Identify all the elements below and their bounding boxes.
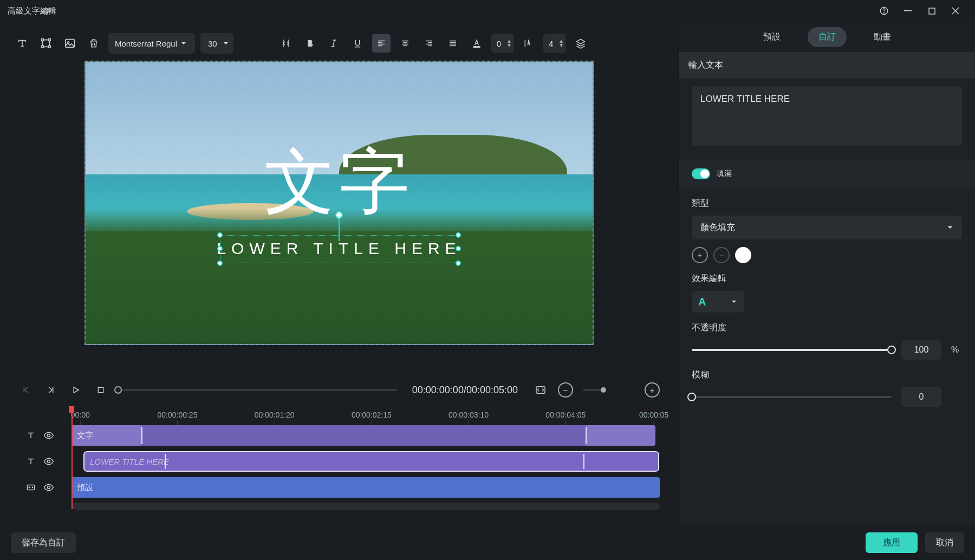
timecode: 00:00:00:00/00:00:05:00 [412, 385, 518, 396]
playhead[interactable] [72, 406, 73, 509]
svg-rect-3 [929, 8, 935, 14]
help-icon[interactable] [872, 0, 896, 22]
fit-screen-button[interactable] [533, 382, 548, 398]
track-text-2: LOWER TITLE HERE [24, 451, 660, 472]
svg-point-14 [48, 460, 50, 463]
blur-label: 模糊 [692, 369, 962, 381]
opacity-value[interactable]: 100 [901, 340, 941, 360]
layers-icon[interactable] [571, 34, 590, 53]
maximize-button[interactable] [920, 0, 944, 22]
letter-spacing-input[interactable]: 0▲▼ [491, 34, 514, 53]
text-content-input[interactable]: LOWER TITLE HERE [692, 86, 962, 146]
visibility-icon[interactable] [43, 482, 54, 493]
align-center-icon[interactable] [396, 34, 414, 53]
timeline-clip-selected[interactable]: LOWER TITLE HERE [83, 451, 659, 472]
svg-point-13 [48, 434, 50, 437]
fill-type-select[interactable]: 顏色填充 [692, 216, 962, 239]
timeline-clip-preset[interactable]: 預設 [72, 477, 660, 498]
save-custom-button[interactable]: 儲存為自訂 [11, 532, 76, 553]
close-button[interactable] [944, 0, 967, 22]
italic-icon[interactable] [324, 34, 343, 53]
font-size-select[interactable]: 30 [200, 33, 233, 54]
align-left-icon[interactable] [372, 34, 391, 53]
preset-track-icon [26, 483, 36, 492]
visibility-icon[interactable] [43, 456, 54, 467]
add-color-button[interactable]: + [692, 247, 708, 263]
track-preset: 預設 [24, 477, 660, 498]
text-tool-icon[interactable] [13, 34, 31, 53]
remove-color-button[interactable]: − [713, 247, 730, 263]
color-swatch-white[interactable] [735, 247, 751, 263]
svg-rect-15 [27, 485, 35, 490]
text-color-icon[interactable] [467, 34, 486, 53]
svg-rect-2 [904, 10, 912, 11]
align-right-icon[interactable] [420, 34, 438, 53]
tab-presets[interactable]: 預設 [752, 27, 791, 47]
blur-slider[interactable] [692, 396, 892, 398]
stop-button[interactable] [93, 382, 108, 398]
effect-label: 效果編輯 [692, 273, 962, 284]
align-justify-icon[interactable] [444, 34, 462, 53]
svg-point-18 [48, 486, 50, 489]
track-text-1: 文字 [24, 425, 660, 446]
playback-scrubber[interactable] [118, 389, 397, 391]
font-family-select[interactable]: Montserrat Regul [108, 33, 195, 54]
minimize-button[interactable] [896, 0, 920, 22]
svg-point-1 [883, 12, 884, 13]
preview-canvas[interactable]: 文字 LOWER TITLE HERE [8, 60, 671, 374]
svg-point-16 [29, 487, 30, 488]
svg-rect-4 [42, 39, 44, 41]
zoom-out-button[interactable]: − [558, 382, 573, 398]
delete-icon[interactable] [84, 34, 103, 53]
cancel-button[interactable]: 取消 [925, 532, 964, 553]
effect-select[interactable]: A [692, 291, 744, 312]
opacity-slider[interactable] [692, 349, 892, 351]
zoom-in-button[interactable]: + [645, 382, 660, 398]
transform-tool-icon[interactable] [37, 34, 55, 53]
image-tool-icon[interactable] [61, 34, 79, 53]
svg-rect-10 [473, 47, 480, 48]
svg-rect-11 [98, 387, 103, 392]
timeline-clip[interactable]: 文字 [72, 425, 655, 446]
input-text-label: 輸入文本 [679, 52, 975, 79]
fill-toggle-label: 填滿 [717, 169, 732, 179]
opacity-label: 不透明度 [692, 322, 962, 334]
svg-rect-7 [49, 46, 51, 48]
text-track-icon [26, 431, 36, 440]
timeline-ruler[interactable]: 00:00 00:00:00:25 00:00:01:20 00:00:02:1… [72, 406, 660, 425]
line-height-input[interactable]: 4▲▼ [543, 34, 566, 53]
visibility-icon[interactable] [43, 430, 54, 441]
underline-icon[interactable] [348, 34, 367, 53]
svg-rect-6 [42, 46, 44, 48]
fill-toggle[interactable] [692, 168, 710, 179]
bold-icon[interactable] [301, 34, 319, 53]
svg-point-17 [32, 487, 33, 488]
apply-button[interactable]: 應用 [866, 532, 918, 553]
timeline-scrollbar[interactable] [72, 503, 660, 510]
spacing-icon[interactable] [277, 34, 295, 53]
timeline: 00:00 00:00:00:25 00:00:01:20 00:00:02:1… [8, 406, 671, 525]
opacity-unit: % [951, 345, 962, 355]
type-label: 類型 [692, 198, 962, 209]
tab-animation[interactable]: 動畫 [863, 27, 902, 47]
tab-custom[interactable]: 自訂 [808, 27, 847, 47]
blur-value[interactable]: 0 [901, 387, 941, 407]
text-toolbar: Montserrat Regul 30 0▲▼ 4▲▼ [8, 27, 671, 60]
play-button[interactable] [68, 382, 83, 398]
text-selection-box[interactable] [220, 235, 458, 263]
svg-rect-8 [66, 40, 75, 48]
text-track-icon [26, 457, 36, 466]
window-title: 高級文字編輯 [8, 6, 56, 16]
properties-tabs: 預設 自訂 動畫 [679, 22, 975, 52]
line-height-icon[interactable] [519, 34, 538, 53]
next-frame-button[interactable] [43, 382, 58, 398]
svg-rect-5 [49, 39, 51, 41]
prev-frame-button[interactable] [18, 382, 34, 398]
zoom-slider[interactable] [583, 389, 603, 391]
playback-bar: 00:00:00:00/00:00:05:00 − + [8, 374, 671, 406]
